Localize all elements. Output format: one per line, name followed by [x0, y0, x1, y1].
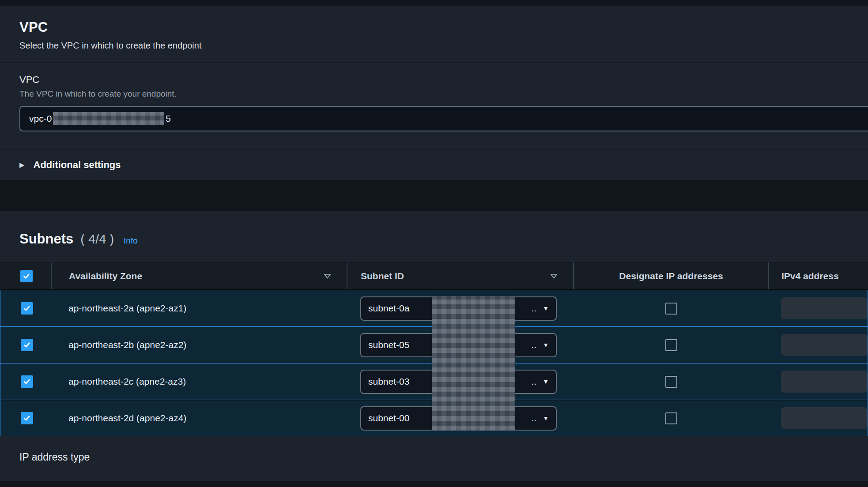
subnets-table-header: Availability Zone Subnet ID Designate IP… [0, 262, 868, 290]
ipv4-address-input[interactable] [781, 297, 868, 319]
subnets-count: ( 4/4 ) [80, 232, 114, 247]
vpc-select[interactable]: vpc-0 5 [19, 106, 868, 131]
header-subnet-id: Subnet ID [347, 262, 573, 289]
availability-zone-label: ap-northeast-2a (apne2-az1) [68, 303, 186, 314]
subnet-id-truncation: .. [531, 413, 543, 423]
additional-settings-expander[interactable]: ▶ Additional settings [0, 149, 868, 180]
vpc-panel-title: VPC [19, 19, 849, 35]
column-label-availability-zone: Availability Zone [69, 271, 142, 281]
subnet-id-truncation: .. [531, 303, 543, 314]
row-select-checkbox[interactable] [21, 412, 33, 424]
panel-gap [0, 180, 868, 211]
check-icon [23, 414, 31, 422]
subnets-table-body: ap-northeast-2a (apne2-az1) subnet-0a ..… [0, 290, 868, 436]
redacted-subnet-ids [432, 296, 515, 431]
vpc-select-value-prefix: vpc-0 [29, 113, 52, 124]
column-label-designate-ip: Designate IP addresses [619, 271, 723, 281]
dropdown-caret-icon: ▼ [543, 305, 549, 311]
expander-caret-icon: ▶ [19, 161, 25, 168]
row-select-cell [0, 363, 51, 400]
designate-ip-cell [574, 290, 769, 326]
sort-filter-icon-availability-zone[interactable] [323, 272, 332, 280]
subnet-id-text: subnet-03 [368, 376, 409, 387]
vpc-field-label: VPC [19, 74, 868, 86]
ipv4-address-cell [769, 327, 868, 363]
ipv4-address-cell [769, 363, 868, 400]
header-ipv4-address: IPv4 address [768, 262, 868, 289]
header-select-all-cell [0, 262, 51, 289]
subnets-table: Availability Zone Subnet ID Designate IP… [0, 262, 868, 436]
subnet-id-truncation: .. [531, 340, 543, 350]
column-label-subnet-id: Subnet ID [361, 271, 404, 281]
subnet-id-text: subnet-05 [368, 340, 409, 350]
row-select-cell [0, 290, 51, 326]
row-select-cell [0, 400, 51, 436]
row-select-checkbox[interactable] [21, 375, 33, 388]
subnets-panel: Subnets ( 4/4 ) Info Availability Zone S… [0, 211, 868, 481]
header-designate-ip: Designate IP addresses [573, 262, 768, 289]
designate-ip-cell [574, 327, 769, 363]
availability-zone-cell: ap-northeast-2a (apne2-az1) [51, 290, 347, 326]
check-icon [23, 272, 30, 280]
ipv4-address-input[interactable] [781, 407, 868, 429]
header-availability-zone: Availability Zone [51, 262, 347, 289]
check-icon [23, 378, 31, 386]
check-icon [23, 341, 31, 349]
vpc-panel-subtitle: Select the VPC in which to create the en… [19, 41, 849, 51]
ipv4-address-cell [769, 290, 868, 326]
subnets-panel-header: Subnets ( 4/4 ) Info [0, 211, 868, 262]
availability-zone-cell: ap-northeast-2c (apne2-az3) [51, 363, 347, 400]
column-label-ipv4-address: IPv4 address [781, 271, 839, 281]
sort-filter-icon-subnet-id[interactable] [550, 272, 558, 280]
designate-ip-checkbox[interactable] [665, 303, 677, 315]
vpc-panel: VPC Select the VPC in which to create th… [0, 6, 868, 180]
dropdown-caret-icon: ▼ [543, 378, 549, 385]
dropdown-caret-icon: ▼ [543, 415, 549, 421]
availability-zone-cell: ap-northeast-2d (apne2-az4) [51, 400, 347, 436]
availability-zone-cell: ap-northeast-2b (apne2-az2) [51, 327, 347, 363]
availability-zone-label: ap-northeast-2b (apne2-az2) [68, 340, 186, 350]
availability-zone-label: ap-northeast-2d (apne2-az4) [68, 413, 186, 423]
vpc-field-description: The VPC in which to create your endpoint… [19, 89, 868, 99]
subnets-table-footer: IP address type [0, 436, 868, 481]
subnet-id-truncation: .. [531, 376, 543, 387]
vpc-panel-body: VPC The VPC in which to create your endp… [0, 63, 868, 149]
designate-ip-checkbox[interactable] [665, 376, 677, 388]
check-icon [23, 304, 31, 312]
vpc-select-value-suffix: 5 [166, 113, 171, 124]
designate-ip-cell [574, 400, 769, 436]
ipv4-address-cell [769, 400, 868, 436]
subnets-title: Subnets [19, 231, 73, 247]
select-all-checkbox[interactable] [20, 270, 33, 282]
designate-ip-checkbox[interactable] [665, 412, 677, 424]
vpc-panel-header: VPC Select the VPC in which to create th… [0, 6, 868, 63]
ipv4-address-input[interactable] [781, 371, 868, 393]
ipv4-address-input[interactable] [781, 334, 868, 356]
subnet-id-text: subnet-0a [368, 303, 409, 314]
info-link[interactable]: Info [124, 236, 138, 246]
designate-ip-cell [574, 363, 769, 400]
dropdown-caret-icon: ▼ [543, 342, 549, 348]
subnet-id-text: subnet-00 [368, 413, 409, 423]
row-select-checkbox[interactable] [21, 339, 33, 351]
redacted-vpc-id [53, 112, 164, 125]
additional-settings-label: Additional settings [34, 159, 121, 171]
row-select-cell [0, 327, 51, 363]
ip-address-type-label: IP address type [19, 451, 849, 463]
availability-zone-label: ap-northeast-2c (apne2-az3) [68, 376, 186, 387]
designate-ip-checkbox[interactable] [665, 339, 677, 351]
row-select-checkbox[interactable] [21, 302, 33, 315]
